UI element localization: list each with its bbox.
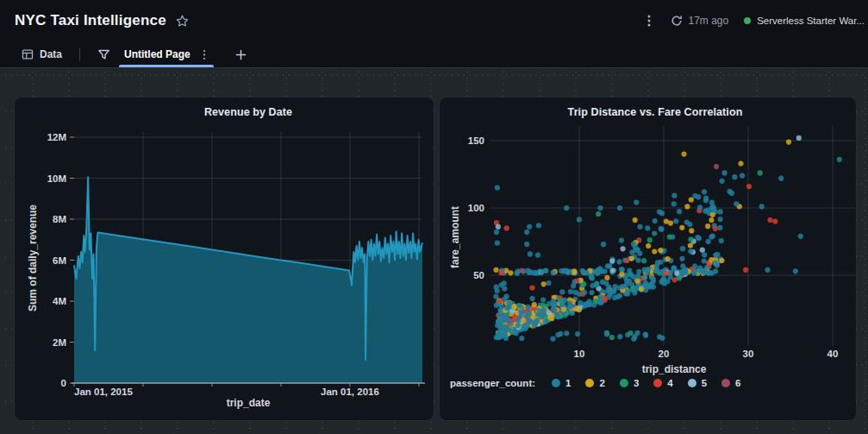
revenue-x-axis-title: trip_date (74, 397, 422, 409)
svg-text:100: 100 (468, 203, 484, 213)
add-page-button[interactable] (228, 45, 254, 65)
scatter-legend: passenger_count: 123456 (450, 378, 741, 388)
scatter-point (603, 280, 609, 286)
scatter-point (684, 219, 690, 224)
scatter-point (765, 267, 770, 273)
scatter-point (536, 223, 541, 228)
scatter-point (541, 281, 546, 286)
tab-data[interactable]: Data (15, 41, 69, 67)
scatter-point (646, 243, 651, 248)
scatter-point (720, 179, 725, 184)
legend-item[interactable]: 2 (585, 378, 604, 388)
tab-untitled-page[interactable]: Untitled Page (119, 41, 214, 67)
page-options-kebab-icon[interactable] (200, 49, 209, 60)
scatter-point (529, 285, 534, 290)
scatter-point (743, 267, 748, 273)
scatter-point (709, 235, 714, 240)
scatter-point (695, 235, 700, 240)
scatter-point (658, 248, 663, 253)
scatter-point (671, 193, 677, 198)
scatter-point (539, 314, 544, 319)
svg-text:20: 20 (659, 349, 670, 359)
legend-item[interactable]: 5 (688, 378, 707, 388)
legend-item[interactable]: 4 (653, 378, 672, 388)
scatter-point (495, 323, 500, 328)
dashboard-canvas: Revenue by Date Sum of daily_revenue 02M… (0, 67, 868, 434)
legend-value: 1 (565, 378, 571, 388)
scatter-point (617, 205, 622, 211)
legend-items: 123456 (552, 378, 740, 388)
scatter-point (629, 256, 634, 261)
refresh-icon (671, 15, 683, 27)
legend-item[interactable]: 1 (552, 378, 571, 388)
scatter-point (655, 267, 660, 273)
scatter-point (526, 305, 531, 310)
revenue-area (74, 177, 422, 383)
refresh-control[interactable]: 17m ago (671, 15, 728, 27)
scatter-point (564, 330, 569, 336)
scatter-point (497, 307, 503, 312)
scatter-point (740, 173, 745, 179)
scatter-point (568, 305, 573, 310)
scatter-point (621, 246, 626, 251)
legend-item[interactable]: 6 (721, 378, 740, 388)
svg-text:12M: 12M (47, 132, 66, 142)
scatter-point (558, 331, 563, 337)
scatter-point (587, 299, 592, 304)
favorite-star-icon[interactable] (175, 14, 190, 28)
scatter-point (528, 319, 533, 324)
scatter-point (713, 226, 718, 231)
scatter-point (681, 152, 686, 157)
scatter-point (494, 285, 499, 290)
scatter-point (632, 290, 637, 295)
warehouse-status-icon (744, 17, 751, 24)
scatter-chart-card[interactable]: Trip Distance vs. Fare Correlation fare_… (440, 97, 856, 420)
scatter-point (798, 234, 803, 239)
scatter-point (511, 305, 516, 310)
scatter-point (692, 193, 697, 198)
scatter-point (714, 164, 719, 169)
overflow-menu-icon[interactable] (643, 14, 655, 28)
legend-value: 6 (735, 378, 740, 388)
scatter-point (671, 201, 677, 206)
scatter-point (712, 261, 717, 266)
scatter-point (710, 212, 715, 217)
scatter-point (702, 189, 707, 194)
scatter-point (574, 306, 579, 311)
scatter-point (605, 263, 610, 268)
scatter-point (495, 241, 500, 246)
scatter-point (524, 230, 529, 235)
warehouse-selector[interactable]: Serverless Starter War... (744, 16, 865, 26)
title-row: NYC Taxi Intelligence (15, 12, 190, 29)
svg-text:50: 50 (473, 270, 484, 280)
svg-text:150: 150 (468, 135, 484, 146)
scatter-point (718, 217, 723, 222)
scatter-point (535, 253, 540, 258)
scatter-point (689, 197, 694, 202)
scatter-point (631, 242, 636, 247)
scatter-point (625, 288, 630, 293)
legend-item[interactable]: 3 (620, 378, 639, 388)
scatter-point (778, 176, 784, 181)
scatter-point (597, 300, 603, 305)
scatter-point (624, 258, 629, 263)
filter-icon[interactable] (91, 45, 117, 65)
scatter-point (589, 290, 594, 295)
scatter-point (570, 311, 575, 316)
scatter-point (514, 330, 519, 336)
scatter-point (746, 184, 752, 189)
scatter-point (642, 275, 647, 280)
scatter-point (551, 270, 556, 275)
scatter-point (665, 256, 671, 261)
scatter-points-layer (493, 135, 842, 342)
scatter-point (659, 227, 664, 232)
revenue-chart-card[interactable]: Revenue by Date Sum of daily_revenue 02M… (15, 97, 434, 420)
scatter-point (577, 217, 582, 222)
svg-text:Jan 01, 2016: Jan 01, 2016 (321, 387, 379, 397)
dashboard-title: NYC Taxi Intelligence (15, 12, 166, 29)
svg-text:2M: 2M (53, 337, 66, 348)
scatter-point (647, 237, 653, 242)
scatter-point (543, 268, 548, 274)
scatter-point (541, 308, 546, 313)
revenue-area-plot: 02M4M6M8M10M12MJan 01, 2015Jan 01, 2016 (15, 97, 434, 420)
